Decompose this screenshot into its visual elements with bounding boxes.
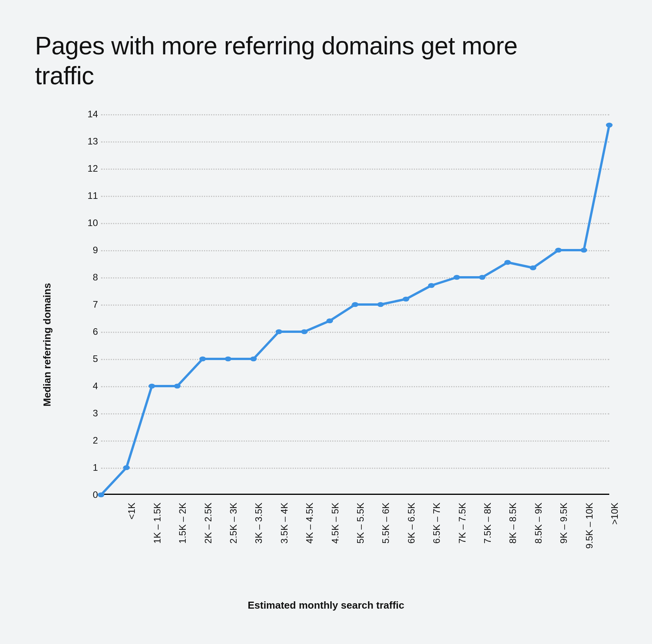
- y-tick-label: 14: [87, 109, 98, 120]
- data-point: [174, 383, 181, 388]
- x-tick-label: 4.5K – 5K: [330, 503, 341, 543]
- x-tick-label: 7K – 7.5K: [457, 503, 468, 543]
- data-point: [403, 296, 409, 301]
- x-tick-label: >10K: [609, 503, 620, 525]
- data-point: [123, 465, 130, 470]
- data-point: [352, 302, 358, 307]
- y-tick-label: 6: [93, 326, 98, 337]
- data-point: [504, 260, 511, 265]
- y-axis-label: Median referring domains: [41, 283, 53, 406]
- data-point: [453, 275, 460, 280]
- data-line: [101, 125, 609, 495]
- x-tick-label: 2K – 2.5K: [203, 503, 214, 543]
- data-point: [148, 383, 155, 388]
- y-tick-label: 2: [93, 435, 98, 446]
- data-point: [199, 356, 206, 361]
- y-tick-label: 5: [93, 353, 98, 364]
- data-point: [225, 356, 231, 361]
- y-tick-label: 9: [93, 245, 98, 256]
- y-tick-label: 8: [93, 272, 98, 283]
- x-tick-label: 5K – 5.5K: [355, 503, 366, 543]
- y-tick-label: 0: [93, 489, 98, 500]
- chart-area: Median referring domains 012345678910111…: [35, 114, 617, 611]
- x-tick-label: 2.5K – 3K: [228, 503, 239, 543]
- x-tick-label: 6K – 6.5K: [406, 503, 417, 543]
- x-tick-label: 3K – 3.5K: [253, 503, 264, 543]
- data-point: [98, 492, 104, 497]
- data-point: [275, 329, 282, 334]
- data-point: [530, 265, 536, 270]
- y-tick-label: 4: [93, 381, 98, 392]
- y-tick-label: 11: [87, 190, 98, 201]
- x-tick-label: 4K – 4.5K: [304, 503, 315, 543]
- y-tick-label: 13: [87, 136, 98, 147]
- data-point: [479, 275, 485, 280]
- chart-page: Pages with more referring domains get mo…: [0, 0, 652, 644]
- x-tick-label: 5.5K – 6K: [380, 503, 391, 543]
- y-tick-label: 3: [93, 408, 98, 419]
- data-point: [377, 302, 384, 307]
- x-tick-label: 7.5K – 8K: [482, 503, 493, 543]
- y-tick-label: 10: [87, 218, 98, 228]
- data-point: [428, 283, 435, 288]
- x-tick-label: 9K – 9.5K: [558, 503, 569, 543]
- chart-title: Pages with more referring domains get mo…: [35, 31, 579, 91]
- y-tick-label: 7: [93, 299, 98, 310]
- line-chart-svg: [101, 114, 609, 495]
- plot-inner: [101, 114, 609, 495]
- x-tick-label: 8K – 8.5K: [507, 503, 518, 543]
- x-tick-label: <1K: [126, 503, 137, 519]
- data-point: [581, 247, 587, 252]
- x-tick-label: 8.5K – 9K: [533, 503, 544, 543]
- data-point: [250, 356, 257, 361]
- plot-outer: 01234567891011121314: [78, 114, 609, 495]
- data-point: [301, 329, 308, 334]
- x-ticks: <1K1K – 1.5K1.5K – 2K2K – 2.5K2.5K – 3K3…: [101, 499, 609, 588]
- data-point: [606, 122, 612, 127]
- data-point: [326, 318, 333, 323]
- x-tick-label: 3.5K – 4K: [279, 503, 290, 543]
- x-tick-label: 6.5K – 7K: [431, 503, 442, 543]
- y-ticks: 01234567891011121314: [78, 114, 101, 495]
- x-tick-label: 1.5K – 2K: [177, 503, 188, 543]
- y-tick-label: 1: [93, 462, 98, 473]
- y-tick-label: 12: [87, 163, 98, 174]
- x-tick-label: 9.5K – 10K: [584, 503, 595, 549]
- x-tick-label: 1K – 1.5K: [152, 503, 163, 543]
- x-axis-label: Estimated monthly search traffic: [35, 599, 617, 611]
- data-point: [555, 247, 562, 252]
